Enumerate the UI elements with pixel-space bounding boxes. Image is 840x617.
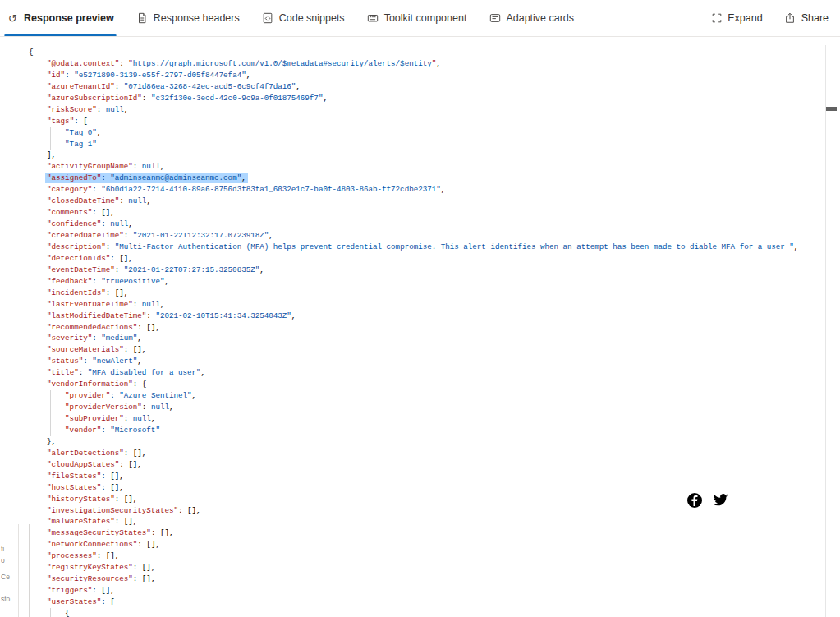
indent-guide bbox=[50, 139, 51, 150]
clipped-text-fragment: sto bbox=[1, 595, 17, 603]
code-line: "status": "newAlert", bbox=[29, 356, 825, 367]
clipped-text-fragment: o bbox=[1, 556, 17, 564]
code-line: "vendor": "Microsoft" bbox=[29, 425, 825, 436]
tab-toolkit-component[interactable]: Toolkit component bbox=[367, 0, 467, 36]
indent-guide bbox=[50, 127, 51, 139]
code-line: "closedDateTime": null, bbox=[29, 196, 825, 207]
tab-list: ↺Response previewResponse headersCode sn… bbox=[7, 0, 710, 36]
code-line: "cloudAppStates": [], bbox=[29, 459, 825, 471]
scrollbar-thumb[interactable] bbox=[826, 107, 837, 111]
code-line: "messageSecurityStates": [], bbox=[29, 527, 825, 539]
code-line: "createdDateTime": "2021-01-22T12:32:17.… bbox=[29, 230, 825, 242]
code-line: "confidence": null, bbox=[29, 219, 825, 230]
clipped-text-fragment: fi bbox=[1, 545, 17, 553]
code-line: "userStates": [ bbox=[29, 596, 825, 608]
action-label: Expand bbox=[728, 12, 762, 24]
code-line: "Tag 1" bbox=[29, 139, 825, 150]
code-line: "detectionIds": [], bbox=[29, 253, 825, 265]
expand-icon bbox=[710, 12, 723, 25]
code-line: "@odata.context": "https://graph.microso… bbox=[29, 58, 825, 70]
code-line: "severity": "medium", bbox=[29, 333, 825, 344]
code-line: "category": "6b0d1a22-7214-4110-89a6-875… bbox=[29, 184, 825, 196]
selection-highlight: "assignedTo": "adminseanmc@adminseanmc.c… bbox=[45, 173, 248, 183]
code-line: "azureSubscriptionId": "c32f130e-3ecd-42… bbox=[29, 93, 825, 104]
code-line: "description": "Multi-Factor Authenticat… bbox=[29, 242, 825, 253]
overlay-divider bbox=[18, 524, 19, 617]
code-line: "lastEventDateTime": null, bbox=[29, 299, 825, 311]
code-line: { bbox=[29, 608, 825, 617]
code-line: "triggers": [], bbox=[29, 585, 825, 596]
code-line: "processes": [], bbox=[29, 550, 825, 562]
code-line: "riskScore": null, bbox=[29, 104, 825, 116]
social-icons-overlay bbox=[686, 492, 729, 509]
card-icon bbox=[489, 12, 501, 25]
tab-label: Response headers bbox=[154, 12, 240, 24]
tab-code-snippets[interactable]: Code snippets bbox=[262, 0, 345, 36]
code-line: "eventDateTime": "2021-01-22T07:27:15.32… bbox=[29, 265, 825, 276]
tab-response-preview[interactable]: ↺Response preview bbox=[7, 0, 114, 36]
indent-guide bbox=[50, 608, 51, 617]
tab-label: Code snippets bbox=[279, 12, 345, 24]
clipped-edge-overlay: fioCesto bbox=[0, 524, 30, 617]
expand-button[interactable]: Expand bbox=[710, 12, 762, 25]
facebook-icon[interactable] bbox=[686, 492, 703, 509]
share-icon bbox=[784, 12, 796, 25]
code-line: "feedback": "truePositive", bbox=[29, 276, 825, 288]
code-line: { bbox=[29, 47, 825, 58]
indent-guide bbox=[50, 413, 51, 425]
code-line: "activityGroupName": null, bbox=[29, 161, 825, 173]
code-line: ], bbox=[29, 150, 825, 161]
code-line: "recommendedActions": [], bbox=[29, 322, 825, 334]
component-icon bbox=[367, 12, 379, 25]
code-line: "securityResources": [], bbox=[29, 573, 825, 585]
undo-icon: ↺ bbox=[7, 12, 19, 25]
code-line: "provider": "Azure Sentinel", bbox=[29, 390, 825, 402]
tab-label: Adaptive cards bbox=[506, 12, 574, 24]
indent-guide bbox=[50, 402, 51, 413]
code-line: "lastModifiedDateTime": "2021-02-10T15:4… bbox=[29, 311, 825, 322]
scrollbar-track[interactable] bbox=[825, 45, 838, 617]
code-line: "networkConnections": [], bbox=[29, 539, 825, 550]
action-label: Share bbox=[801, 12, 829, 24]
code-line: "malwareStates": [], bbox=[29, 516, 825, 527]
code-line: "vendorInformation": { bbox=[29, 379, 825, 390]
code-line: "title": "MFA disabled for a user", bbox=[29, 367, 825, 379]
odata-context-link[interactable]: https://graph.microsoft.com/v1.0/$metada… bbox=[133, 59, 432, 68]
clipped-text-fragment: Ce bbox=[1, 573, 17, 581]
code-line: "subProvider": null, bbox=[29, 413, 825, 425]
code-line: "id": "e5271890-3139-e55f-2797-d05f8447e… bbox=[29, 70, 825, 81]
tab-label: Response preview bbox=[24, 12, 114, 24]
code-line: "incidentIds": [], bbox=[29, 288, 825, 299]
code-icon bbox=[262, 12, 274, 25]
tab-adaptive-cards[interactable]: Adaptive cards bbox=[489, 0, 574, 36]
json-response-viewer[interactable]: { "@odata.context": "https://graph.micro… bbox=[29, 47, 825, 617]
code-line: "providerVersion": null, bbox=[29, 402, 825, 413]
code-line: "azureTenantId": "071d86ea-3268-42ec-acd… bbox=[29, 81, 825, 93]
twitter-icon[interactable] bbox=[713, 492, 729, 509]
code-line: "assignedTo": "adminseanmc@adminseanmc.c… bbox=[29, 173, 825, 184]
code-line: "Tag 0", bbox=[29, 127, 825, 139]
code-line: "comments": [], bbox=[29, 207, 825, 219]
indent-guide bbox=[50, 390, 51, 402]
share-button[interactable]: Share bbox=[784, 12, 829, 25]
code-line: "alertDetections": [], bbox=[29, 448, 825, 459]
response-tabbar: ↺Response previewResponse headersCode sn… bbox=[0, 0, 840, 37]
indent-guide bbox=[50, 425, 51, 436]
code-line: }, bbox=[29, 436, 825, 448]
tab-label: Toolkit component bbox=[384, 12, 467, 24]
code-line: "fileStates": [], bbox=[29, 471, 825, 482]
code-line: "sourceMaterials": [], bbox=[29, 344, 825, 356]
file-icon bbox=[136, 12, 149, 25]
tab-response-headers[interactable]: Response headers bbox=[136, 0, 240, 36]
code-line: "tags": [ bbox=[29, 116, 825, 127]
code-line: "registryKeyStates": [], bbox=[29, 562, 825, 573]
tabbar-actions: ExpandShare bbox=[710, 0, 829, 36]
